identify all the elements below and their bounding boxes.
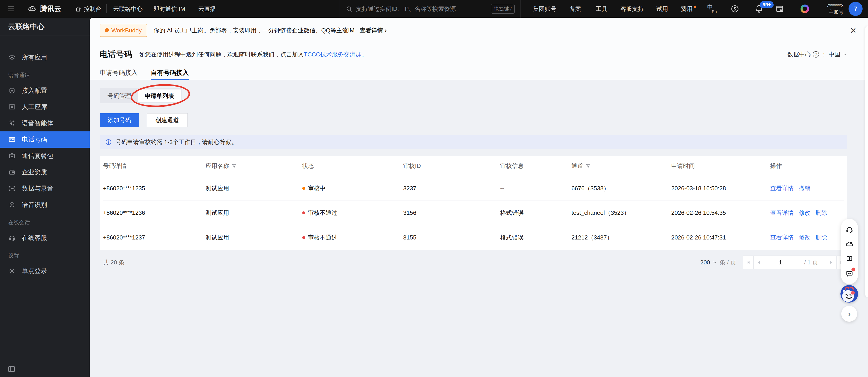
menu-group-account[interactable]: 集团账号 bbox=[533, 5, 556, 13]
status-badge: 审核中 bbox=[302, 184, 403, 192]
smart-voice-icon bbox=[8, 119, 16, 127]
sidebar-item-all-apps[interactable]: 所有应用 bbox=[0, 49, 90, 66]
mascot-avatar[interactable] bbox=[840, 285, 858, 303]
sidebar-item-asr[interactable]: 语音识别 bbox=[0, 197, 90, 213]
menu-support[interactable]: 客服支持 bbox=[620, 5, 644, 13]
language-toggle-icon[interactable]: 中En bbox=[707, 4, 716, 13]
page-description: 如您在使用过程中遇到任何问题，欢迎随时联系我们，点击加入TCCC技术服务交流群。 bbox=[139, 51, 367, 58]
feedback-icon[interactable] bbox=[730, 4, 739, 13]
hexagon-config-icon bbox=[8, 87, 16, 94]
sidebar-title: 云联络中心 bbox=[0, 18, 90, 36]
docs-book-icon[interactable] bbox=[845, 255, 854, 263]
menu-billing[interactable]: 费用 bbox=[681, 5, 696, 13]
sidebar-item-data-recording[interactable]: 数据与录音 bbox=[0, 180, 90, 197]
table-header-row: 号码详情 应用名称 状态 审核ID 审核信息 通道 申请时间 操作 bbox=[103, 156, 844, 176]
cell-app: 测试应用 bbox=[206, 184, 302, 192]
tccc-group-link[interactable]: TCCC技术服务交流群。 bbox=[304, 51, 367, 58]
sidebar-item-sso[interactable]: 单点登录 bbox=[0, 263, 90, 279]
billing-alert-dot bbox=[694, 6, 696, 8]
menu-tools[interactable]: 工具 bbox=[596, 5, 608, 13]
sidebar-section-settings: 设置 bbox=[0, 248, 90, 263]
page-size-select[interactable]: 200 bbox=[700, 259, 717, 266]
revoke-link[interactable]: 撤销 bbox=[799, 184, 810, 192]
col-status: 状态 bbox=[302, 162, 403, 170]
console-collection-icon[interactable] bbox=[775, 4, 784, 13]
filter-icon[interactable] bbox=[231, 163, 237, 169]
view-detail-link[interactable]: 查看详情 bbox=[770, 184, 794, 192]
tabs: 申请号码接入 自有号码接入 bbox=[90, 66, 868, 80]
chevron-down-icon bbox=[842, 52, 847, 57]
sidebar-section-online-session: 在线会话 bbox=[0, 215, 90, 230]
col-number-detail: 号码详情 bbox=[103, 162, 206, 170]
status-badge: 审核不通过 bbox=[302, 209, 403, 217]
cell-channel: 6676（3538） bbox=[571, 184, 671, 192]
sidebar-item-agent[interactable]: 人工座席 bbox=[0, 99, 90, 115]
next-page-button[interactable] bbox=[826, 256, 837, 269]
expand-chevron-button[interactable]: › bbox=[841, 306, 857, 322]
modify-link[interactable]: 修改 bbox=[799, 209, 810, 217]
create-channel-button[interactable]: 创建通道 bbox=[147, 113, 188, 127]
page-number-input[interactable] bbox=[764, 256, 797, 269]
workbuddy-badge[interactable]: WorkBuddy bbox=[100, 24, 147, 37]
notice-text: 号码申请审核约需 1-3个工作日，请耐心等候。 bbox=[116, 138, 238, 146]
layers-icon bbox=[8, 54, 16, 61]
sidebar-item-package[interactable]: 通信套餐包 bbox=[0, 148, 90, 164]
sidebar-collapse-icon[interactable] bbox=[7, 365, 16, 373]
notification-count-badge[interactable]: 99+ bbox=[760, 1, 774, 8]
cell-app: 测试应用 bbox=[206, 234, 302, 241]
sidebar-item-enterprise[interactable]: 企业资质 bbox=[0, 164, 90, 180]
delete-link[interactable]: 删除 bbox=[815, 234, 827, 241]
feedback-chat-icon[interactable] bbox=[845, 269, 854, 278]
add-number-button[interactable]: 添加号码 bbox=[100, 113, 139, 127]
tab-own-number[interactable]: 自有号码接入 bbox=[151, 66, 189, 80]
notifications-bell-icon[interactable]: 99+ bbox=[754, 4, 765, 14]
cell-audit-info: 格式错误 bbox=[500, 209, 571, 217]
view-detail-link[interactable]: 查看详情 bbox=[770, 234, 794, 241]
tab-apply-number[interactable]: 申请号码接入 bbox=[100, 66, 138, 80]
account-avatar[interactable]: 7 bbox=[848, 2, 863, 16]
sidebar-item-access-config[interactable]: 接入配置 bbox=[0, 83, 90, 99]
prev-page-button[interactable] bbox=[753, 256, 764, 269]
page-size-unit: 条 / 页 bbox=[719, 259, 736, 266]
search-input[interactable] bbox=[356, 5, 474, 12]
sidebar-section-voice-call: 语音通话 bbox=[0, 68, 90, 83]
tencent-cloud-logo[interactable]: 腾讯云 bbox=[27, 4, 62, 14]
page-title: 电话号码 bbox=[100, 49, 132, 60]
col-operations: 操作 bbox=[770, 162, 844, 170]
side-panel-edge[interactable] bbox=[865, 26, 868, 297]
banner-detail-link[interactable]: 查看详情 › bbox=[360, 27, 387, 34]
first-page-button[interactable] bbox=[743, 256, 754, 269]
account-role: 主账号 bbox=[817, 9, 843, 16]
account-info[interactable]: 7******3 主账号 bbox=[817, 2, 843, 16]
notice-banner: 号码申请审核约需 1-3个工作日，请耐心等候。 bbox=[100, 135, 847, 149]
sidebar-item-phone-numbers[interactable]: 电话号码 bbox=[0, 132, 90, 148]
assistant-swirl-icon[interactable] bbox=[801, 4, 809, 13]
nav-contact-center[interactable]: 云联络中心 bbox=[113, 5, 143, 13]
subtab-application-list[interactable]: 申请单列表 bbox=[138, 89, 181, 102]
phone-number-card-icon bbox=[8, 136, 16, 143]
modify-link[interactable]: 修改 bbox=[799, 234, 810, 241]
view-detail-link[interactable]: 查看详情 bbox=[770, 209, 794, 217]
sidebar-item-voice-bot[interactable]: 语音智能体 bbox=[0, 115, 90, 132]
delete-link[interactable]: 删除 bbox=[815, 209, 827, 217]
nav-live[interactable]: 云直播 bbox=[198, 5, 216, 13]
cloud-notification-icon[interactable] bbox=[845, 240, 854, 248]
nav-console[interactable]: 控制台 bbox=[75, 5, 101, 13]
home-icon bbox=[75, 5, 82, 12]
help-icon[interactable]: ? bbox=[813, 51, 819, 58]
info-icon bbox=[105, 139, 112, 145]
cell-time: 2026-03-18 16:50:28 bbox=[671, 185, 770, 192]
filter-icon[interactable] bbox=[585, 163, 591, 169]
sidebar-item-online-service[interactable]: 在线客服 bbox=[0, 230, 90, 246]
datacenter-selector[interactable]: 数据中心 ? ： 中国 bbox=[787, 51, 847, 58]
close-icon[interactable]: × bbox=[850, 25, 856, 35]
application-table: 号码详情 应用名称 状态 审核ID 审核信息 通道 申请时间 操作 +86020… bbox=[100, 156, 847, 250]
hamburger-menu-icon[interactable] bbox=[7, 5, 15, 13]
support-headset-icon[interactable] bbox=[845, 226, 854, 234]
menu-trial[interactable]: 试用 bbox=[656, 5, 668, 13]
nav-im[interactable]: 即时通信 IM bbox=[154, 5, 185, 13]
subtab-number-management[interactable]: 号码管理 bbox=[101, 89, 138, 102]
status-badge: 审核不通过 bbox=[302, 234, 403, 241]
sidebar: 云联络中心 所有应用 语音通话 接入配置 人工座席 语音智能体 电话号码 通信套… bbox=[0, 18, 90, 377]
menu-icp[interactable]: 备案 bbox=[569, 5, 581, 13]
